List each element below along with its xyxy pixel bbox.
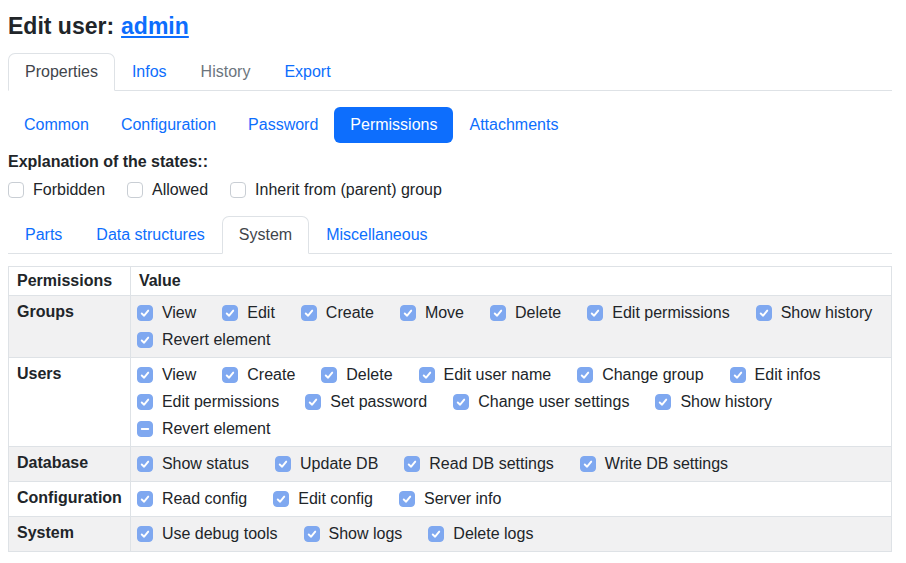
permission-revert-element: Revert element <box>137 330 271 350</box>
edit-permissions-checkbox[interactable] <box>587 305 603 321</box>
edit-infos-checkbox[interactable] <box>730 367 746 383</box>
permission-create: Create <box>222 365 295 385</box>
pill-common[interactable]: Common <box>8 107 105 143</box>
permission-show-logs: Show logs <box>304 524 403 544</box>
pill-permissions[interactable]: Permissions <box>334 107 453 143</box>
legend-option-forbidden: Forbidden <box>8 180 105 200</box>
use-debug-tools-checkbox[interactable] <box>137 526 153 542</box>
row-permissions: Read configEdit configServer info <box>130 482 891 517</box>
change-group-checkbox[interactable] <box>577 367 593 383</box>
pill-attachments[interactable]: Attachments <box>453 107 574 143</box>
table-row-database: DatabaseShow statusUpdate DBRead DB sett… <box>9 447 892 482</box>
write-db-settings-checkbox[interactable] <box>580 456 596 472</box>
show-status-checkbox[interactable] <box>137 456 153 472</box>
permissions-table: Permissions Value GroupsViewEditCreateMo… <box>8 266 892 552</box>
permission-edit-user-name: Edit user name <box>419 365 552 385</box>
create-checkbox[interactable] <box>222 367 238 383</box>
row-category: Configuration <box>9 482 131 517</box>
checkbox-label: Inherit from (parent) group <box>255 180 442 200</box>
checkmark-icon <box>322 367 336 383</box>
permission-edit-permissions: Edit permissions <box>587 303 729 323</box>
update-db-checkbox[interactable] <box>275 456 291 472</box>
main-tabs: PropertiesInfosHistoryExport <box>8 53 892 91</box>
legend-option-inherit-from-parent-group: Inherit from (parent) group <box>230 180 442 200</box>
user-link[interactable]: admin <box>121 13 189 39</box>
states-legend: Explanation of the states:: ForbiddenAll… <box>8 152 898 200</box>
delete-checkbox[interactable] <box>490 305 506 321</box>
permission-read-db-settings: Read DB settings <box>404 454 554 474</box>
checkbox-label: Edit permissions <box>612 303 729 323</box>
checkbox-label: Edit <box>247 303 275 323</box>
table-header-row: Permissions Value <box>9 267 892 296</box>
move-checkbox[interactable] <box>400 305 416 321</box>
column-header-value: Value <box>130 267 891 296</box>
edit-user-name-checkbox[interactable] <box>419 367 435 383</box>
view-checkbox[interactable] <box>137 367 153 383</box>
show-logs-checkbox[interactable] <box>304 526 320 542</box>
create-checkbox[interactable] <box>301 305 317 321</box>
read-db-settings-checkbox[interactable] <box>404 456 420 472</box>
inherit-from-parent-group-checkbox[interactable] <box>230 182 246 198</box>
checkmark-icon <box>405 456 419 472</box>
sub-tabs: PartsData structuresSystemMiscellaneous <box>8 216 892 254</box>
permissions-list: Use debug toolsShow logsDelete logs <box>137 524 875 544</box>
set-password-checkbox[interactable] <box>305 394 321 410</box>
delete-checkbox[interactable] <box>321 367 337 383</box>
show-history-checkbox[interactable] <box>756 305 772 321</box>
permission-move: Move <box>400 303 464 323</box>
row-permissions: Use debug toolsShow logsDelete logs <box>130 517 891 552</box>
sub-tab-system[interactable]: System <box>222 216 309 254</box>
checkbox-label: Change group <box>602 365 703 385</box>
pill-configuration[interactable]: Configuration <box>105 107 232 143</box>
checkmark-icon <box>491 305 505 321</box>
checkmark-icon <box>401 305 415 321</box>
tab-properties[interactable]: Properties <box>8 53 115 91</box>
allowed-checkbox[interactable] <box>127 182 143 198</box>
forbidden-checkbox[interactable] <box>8 182 24 198</box>
revert-element-checkbox[interactable] <box>137 421 153 437</box>
checkbox-label: Delete <box>346 365 392 385</box>
server-info-checkbox[interactable] <box>399 491 415 507</box>
checkbox-label: Revert element <box>162 419 271 439</box>
dash-icon <box>138 421 152 437</box>
checkbox-label: Write DB settings <box>605 454 728 474</box>
checkmark-icon <box>429 526 443 542</box>
edit-permissions-checkbox[interactable] <box>137 394 153 410</box>
change-user-settings-checkbox[interactable] <box>453 394 469 410</box>
show-history-checkbox[interactable] <box>655 394 671 410</box>
edit-config-checkbox[interactable] <box>273 491 289 507</box>
checkbox-label: View <box>162 365 196 385</box>
checkmark-icon <box>138 526 152 542</box>
permission-change-user-settings: Change user settings <box>453 392 629 412</box>
pill-password[interactable]: Password <box>232 107 334 143</box>
checkbox-label: Edit permissions <box>162 392 279 412</box>
view-checkbox[interactable] <box>137 305 153 321</box>
sub-tab-parts[interactable]: Parts <box>8 216 79 254</box>
checkmark-icon <box>588 305 602 321</box>
read-config-checkbox[interactable] <box>137 491 153 507</box>
permission-set-password: Set password <box>305 392 427 412</box>
tab-infos[interactable]: Infos <box>115 53 184 91</box>
permission-read-config: Read config <box>137 489 247 509</box>
checkbox-label: Use debug tools <box>162 524 278 544</box>
revert-element-checkbox[interactable] <box>137 332 153 348</box>
sub-tab-data-structures[interactable]: Data structures <box>79 216 221 254</box>
permission-view: View <box>137 303 196 323</box>
sub-tab-miscellaneous[interactable]: Miscellaneous <box>309 216 444 254</box>
edit-checkbox[interactable] <box>222 305 238 321</box>
tab-export[interactable]: Export <box>267 53 347 91</box>
edit-user-page: Edit user:admin PropertiesInfosHistoryEx… <box>0 0 906 552</box>
row-category: Database <box>9 447 131 482</box>
checkbox-label: Set password <box>330 392 427 412</box>
permission-use-debug-tools: Use debug tools <box>137 524 278 544</box>
permission-show-history: Show history <box>655 392 772 412</box>
checkbox-label: Delete logs <box>453 524 533 544</box>
checkbox-label: Edit user name <box>444 365 552 385</box>
delete-logs-checkbox[interactable] <box>428 526 444 542</box>
checkmark-icon <box>302 305 316 321</box>
checkmark-icon <box>274 491 288 507</box>
checkbox-label: Forbidden <box>33 180 105 200</box>
permissions-list: Show statusUpdate DBRead DB settingsWrit… <box>137 454 875 474</box>
checkmark-icon <box>223 367 237 383</box>
tab-history[interactable]: History <box>184 53 268 91</box>
